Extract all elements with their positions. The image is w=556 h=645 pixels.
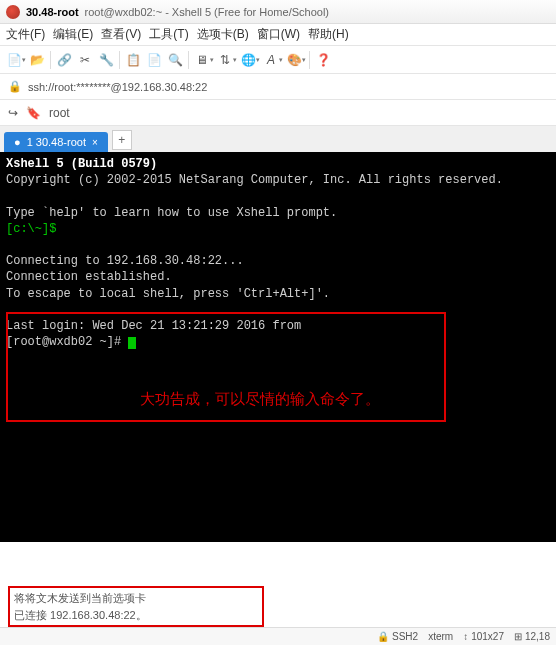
- color-icon[interactable]: 🎨: [284, 50, 304, 70]
- watermark-logo-icon: [442, 585, 476, 619]
- help-icon[interactable]: ❓: [313, 50, 333, 70]
- terminal-line: Connection established.: [6, 269, 550, 285]
- address-bar: 🔒 ssh://root:********@192.168.30.48:22: [0, 74, 556, 100]
- status-bar: 🔒SSH2 xterm ↕101x27 ⊞12,18: [0, 627, 556, 645]
- terminal-prompt-remote: [root@wxdb02 ~]#: [6, 335, 128, 349]
- paste-icon[interactable]: 📄: [144, 50, 164, 70]
- watermark-name: 系统之家: [482, 589, 534, 604]
- terminal-prompt-local: [c:\~]$: [6, 222, 56, 236]
- terminal-line: Copyright (c) 2002-2015 NetSarang Comput…: [6, 172, 550, 188]
- status-ssh: SSH2: [392, 631, 418, 642]
- tab-close-icon[interactable]: ×: [92, 137, 98, 148]
- status-line: 将将文木发送到当前选项卡: [14, 590, 258, 607]
- screen-icon[interactable]: 🖥: [192, 50, 212, 70]
- window-title: 30.48-root: [26, 6, 79, 18]
- tab-label: 1 30.48-root: [27, 136, 86, 148]
- menu-view[interactable]: 查看(V): [101, 26, 141, 43]
- menubar: 文件(F) 编辑(E) 查看(V) 工具(T) 选项卡(B) 窗口(W) 帮助(…: [0, 24, 556, 46]
- nav-row: ↪ 🔖 root: [0, 100, 556, 126]
- watermark: 系统之家 XiTongZhiJia.Net: [442, 585, 550, 619]
- terminal-line: Last login: Wed Dec 21 13:21:29 2016 fro…: [6, 318, 550, 334]
- cursor-icon: [128, 337, 136, 349]
- menu-edit[interactable]: 编辑(E): [53, 26, 93, 43]
- nav-label[interactable]: root: [49, 106, 70, 120]
- forward-icon[interactable]: ↪: [8, 106, 18, 120]
- terminal-line: Connecting to 192.168.30.48:22...: [6, 253, 550, 269]
- new-tab-button[interactable]: +: [112, 130, 132, 150]
- toolbar: 📄▾ 📂 🔗 ✂ 🔧 📋 📄 🔍 🖥▾ ⇅▾ 🌐▾ A▾ 🎨▾ ❓: [0, 46, 556, 74]
- tab-active[interactable]: ● 1 30.48-root ×: [4, 132, 108, 152]
- properties-icon[interactable]: 🔧: [96, 50, 116, 70]
- menu-file[interactable]: 文件(F): [6, 26, 45, 43]
- status-size: 101x27: [471, 631, 504, 642]
- address-url[interactable]: ssh://root:********@192.168.30.48:22: [28, 81, 207, 93]
- status-pos: 12,18: [525, 631, 550, 642]
- watermark-url: XiTongZhiJia.Net: [482, 606, 550, 616]
- globe-icon[interactable]: 🌐: [238, 50, 258, 70]
- bullet-icon: ●: [14, 136, 21, 148]
- window-titlebar: 30.48-root root@wxdb02:~ - Xshell 5 (Fre…: [0, 0, 556, 24]
- reconnect-icon[interactable]: 🔗: [54, 50, 74, 70]
- bookmark-icon[interactable]: 🔖: [26, 106, 41, 120]
- disconnect-icon[interactable]: ✂: [75, 50, 95, 70]
- font-icon[interactable]: A: [261, 50, 281, 70]
- open-icon[interactable]: 📂: [27, 50, 47, 70]
- annotation-text: 大功告成，可以尽情的输入命令了。: [140, 390, 380, 409]
- app-icon: [6, 5, 20, 19]
- new-session-icon[interactable]: 📄: [4, 50, 24, 70]
- find-icon[interactable]: 🔍: [165, 50, 185, 70]
- status-box: 将将文木发送到当前选项卡 已连接 192.168.30.48:22。: [8, 586, 264, 627]
- transfer-icon[interactable]: ⇅: [215, 50, 235, 70]
- status-line: 已连接 192.168.30.48:22。: [14, 607, 258, 624]
- lock-icon: 🔒: [8, 80, 22, 93]
- grid-icon: ⊞: [514, 631, 522, 642]
- menu-tools[interactable]: 工具(T): [149, 26, 188, 43]
- menu-help[interactable]: 帮助(H): [308, 26, 349, 43]
- tab-bar: ● 1 30.48-root × +: [0, 126, 556, 152]
- resize-icon: ↕: [463, 631, 468, 642]
- menu-window[interactable]: 窗口(W): [257, 26, 300, 43]
- terminal-line: Type `help' to learn how to use Xshell p…: [6, 205, 550, 221]
- lock-small-icon: 🔒: [377, 631, 389, 642]
- window-subtitle: root@wxdb02:~ - Xshell 5 (Free for Home/…: [85, 6, 329, 18]
- status-term: xterm: [428, 631, 453, 642]
- terminal-line: To escape to local shell, press 'Ctrl+Al…: [6, 286, 550, 302]
- terminal-line: Xshell 5 (Build 0579): [6, 156, 550, 172]
- copy-icon[interactable]: 📋: [123, 50, 143, 70]
- terminal[interactable]: Xshell 5 (Build 0579) Copyright (c) 2002…: [0, 152, 556, 542]
- menu-tabs[interactable]: 选项卡(B): [197, 26, 249, 43]
